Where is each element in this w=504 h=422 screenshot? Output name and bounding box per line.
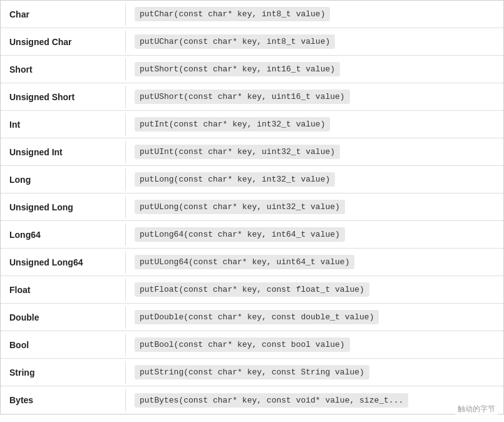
type-cell: Unsigned Char [1, 31, 126, 53]
method-cell: putUChar(const char* key, int8_t value) [126, 28, 503, 55]
code-pill: putULong64(const char* key, uint64_t val… [135, 255, 354, 269]
code-pill: putUChar(const char* key, int8_t value) [135, 34, 335, 49]
type-cell: Float [1, 279, 126, 301]
code-pill: putLong64(const char* key, int64_t value… [135, 227, 345, 242]
code-pill: putDouble(const char* key, const double_… [135, 310, 379, 324]
table-row: IntputInt(const char* key, int32_t value… [1, 111, 503, 138]
type-cell: Int [1, 113, 126, 136]
method-cell: putFloat(const char* key, const float_t … [126, 276, 503, 303]
code-pill: putLong(const char* key, int32_t value) [135, 172, 335, 187]
table-row: Unsigned ShortputUShort(const char* key,… [1, 83, 503, 111]
type-cell: Bool [1, 334, 126, 356]
table-row: LongputLong(const char* key, int32_t val… [1, 166, 503, 193]
method-cell: putShort(const char* key, int16_t value) [126, 56, 503, 83]
method-cell: putDouble(const char* key, const double_… [126, 304, 503, 331]
type-cell: Unsigned Int [1, 141, 126, 163]
table-row: Unsigned LongputULong(const char* key, u… [1, 193, 503, 221]
method-cell: putBytes(const char* key, const void* va… [126, 387, 503, 414]
table-row: Long64putLong64(const char* key, int64_t… [1, 221, 503, 249]
method-cell: putString(const char* key, const String … [126, 359, 503, 386]
code-pill: putShort(const char* key, int16_t value) [135, 62, 340, 76]
table-row: DoubleputDouble(const char* key, const d… [1, 304, 503, 331]
method-cell: putLong(const char* key, int32_t value) [126, 166, 503, 193]
table-row: BytesputBytes(const char* key, const voi… [1, 386, 503, 414]
table-row: CharputChar(const char* key, int8_t valu… [1, 1, 503, 28]
method-cell: putLong64(const char* key, int64_t value… [126, 221, 503, 248]
type-cell: Long [1, 168, 126, 191]
type-cell: Unsigned Long64 [1, 251, 126, 274]
code-pill: putUShort(const char* key, uint16_t valu… [135, 90, 350, 104]
code-pill: putString(const char* key, const String … [135, 365, 369, 379]
method-cell: putUInt(const char* key, uint32_t value) [126, 138, 503, 165]
method-cell: putInt(const char* key, int32_t value) [126, 111, 503, 138]
table-row: Unsigned CharputUChar(const char* key, i… [1, 28, 503, 56]
table-row: Unsigned Long64putULong64(const char* ke… [1, 249, 503, 276]
type-cell: String [1, 361, 126, 384]
code-pill: putULong(const char* key, uint32_t value… [135, 200, 345, 214]
code-pill: putUInt(const char* key, uint32_t value) [135, 145, 340, 159]
table-row: BoolputBool(const char* key, const bool … [1, 331, 503, 359]
table-row: FloatputFloat(const char* key, const flo… [1, 276, 503, 304]
type-cell: Char [1, 3, 126, 26]
code-pill: putChar(const char* key, int8_t value) [135, 7, 330, 21]
type-cell: Unsigned Long [1, 196, 126, 219]
table-row: ShortputShort(const char* key, int16_t v… [1, 56, 503, 83]
method-cell: putULong(const char* key, uint32_t value… [126, 193, 503, 220]
method-cell: putUShort(const char* key, uint16_t valu… [126, 83, 503, 110]
type-cell: Double [1, 306, 126, 329]
method-cell: putBool(const char* key, const bool valu… [126, 331, 503, 358]
table-row: StringputString(const char* key, const S… [1, 359, 503, 386]
code-pill: putInt(const char* key, int32_t value) [135, 117, 330, 131]
type-cell: Bytes [1, 389, 126, 411]
method-cell: putULong64(const char* key, uint64_t val… [126, 249, 503, 275]
type-cell: Unsigned Short [1, 86, 126, 108]
type-cell: Long64 [1, 224, 126, 246]
code-pill: putBool(const char* key, const bool valu… [135, 337, 350, 352]
code-pill: putFloat(const char* key, const float_t … [135, 282, 369, 297]
table-row: Unsigned IntputUInt(const char* key, uin… [1, 138, 503, 166]
code-pill: putBytes(const char* key, const void* va… [135, 393, 408, 408]
method-cell: putChar(const char* key, int8_t value) [126, 1, 503, 28]
data-table: CharputChar(const char* key, int8_t valu… [0, 0, 504, 414]
type-cell: Short [1, 58, 126, 81]
watermark-label: 触动的字节 [455, 403, 498, 416]
